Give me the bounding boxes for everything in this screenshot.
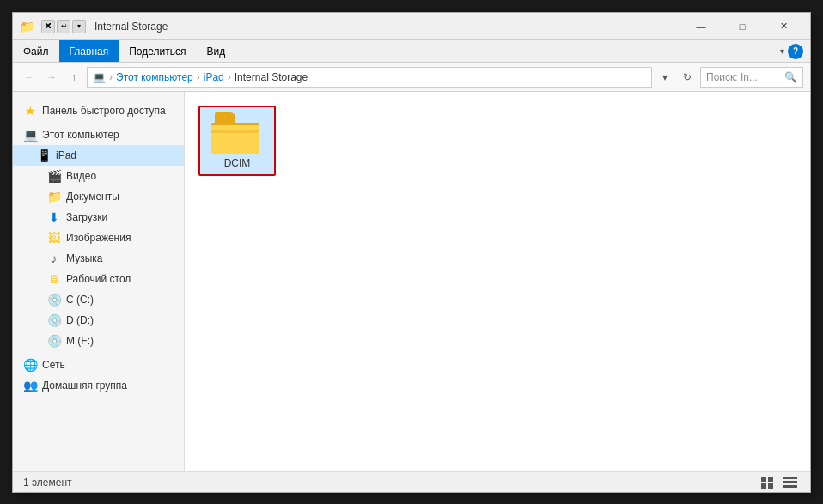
refresh-button[interactable]: ↻ <box>678 68 697 87</box>
back-button[interactable]: ← <box>20 68 39 87</box>
explorer-window: 📁 🗙 ↩ ▾ Internal Storage — □ ✕ Файл Глав… <box>12 12 811 493</box>
sidebar-item-homegroup-label: Домашняя группа <box>42 380 127 392</box>
sidebar-item-music[interactable]: ♪ Музыка <box>13 248 184 269</box>
svg-rect-3 <box>768 483 773 489</box>
quick-btn-undo[interactable]: ↩ <box>57 20 70 33</box>
sidebar-item-drive-c[interactable]: 💿 C (C:) <box>13 289 184 310</box>
svg-rect-5 <box>783 481 797 483</box>
svg-rect-6 <box>783 485 797 488</box>
menu-home[interactable]: Главная <box>59 40 119 62</box>
sidebar-item-drive-m[interactable]: 💿 M (F:) <box>13 331 184 351</box>
grid-view-icon <box>761 477 775 489</box>
breadcrumb-this-pc[interactable]: Этот компьютер <box>116 71 193 83</box>
forward-button[interactable]: → <box>42 68 61 87</box>
drive-d-icon: 💿 <box>47 313 61 327</box>
file-item-dcim[interactable]: DCIM <box>198 106 276 176</box>
breadcrumb-dropdown-button[interactable]: ▾ <box>655 68 674 87</box>
view-large-icons-button[interactable] <box>759 475 777 490</box>
sidebar-item-documents-label: Документы <box>66 191 119 203</box>
close-button[interactable]: ✕ <box>764 13 803 40</box>
svg-rect-1 <box>768 477 773 482</box>
sidebar-item-quickaccess-label: Панель быстрого доступа <box>42 105 166 117</box>
sidebar-item-homegroup[interactable]: 👥 Домашняя группа <box>13 375 184 396</box>
music-icon: ♪ <box>47 252 61 265</box>
computer-icon: 💻 <box>23 128 37 142</box>
svg-rect-4 <box>783 477 797 479</box>
sidebar-item-thispc[interactable]: 💻 Этот компьютер <box>13 124 184 145</box>
sidebar-item-images[interactable]: 🖼 Изображения <box>13 228 184 248</box>
breadcrumb-current: Internal Storage <box>235 71 308 83</box>
window-icon: 📁 <box>20 20 34 33</box>
drive-c-icon: 💿 <box>47 293 61 307</box>
up-button[interactable]: ↑ <box>64 68 83 87</box>
sidebar-item-ipad[interactable]: 📱 iPad <box>13 145 184 166</box>
ipad-icon: 📱 <box>37 149 51 162</box>
sidebar-section-quickaccess: ★ Панель быстрого доступа <box>13 99 184 123</box>
sidebar-item-desktop[interactable]: 🖥 Рабочий стол <box>13 269 184 289</box>
window-title: Internal Storage <box>94 21 168 33</box>
file-area: DCIM <box>185 92 810 471</box>
svg-rect-2 <box>761 483 766 489</box>
breadcrumb-ipad[interactable]: iPad <box>204 71 224 83</box>
address-bar-right: ▾ ↻ <box>655 68 697 87</box>
search-placeholder: Поиск: In... <box>706 71 781 83</box>
svg-rect-0 <box>761 477 766 482</box>
images-icon: 🖼 <box>47 231 61 245</box>
sidebar-item-ipad-label: iPad <box>56 149 76 161</box>
minimize-button[interactable]: — <box>681 13 721 40</box>
drive-m-icon: 💿 <box>47 334 61 348</box>
search-icon[interactable]: 🔍 <box>784 71 797 83</box>
sidebar-section-thispc: 💻 Этот компьютер 📱 iPad 🎬 Видео 📁 Докуме… <box>13 123 184 353</box>
sidebar-item-music-label: Музыка <box>66 252 102 264</box>
file-grid: DCIM <box>192 99 803 183</box>
sidebar-item-drive-d-label: D (D:) <box>66 314 94 326</box>
sidebar-section-network: 🌐 Сеть 👥 Домашняя группа <box>13 353 184 398</box>
folder-icon-dcim <box>211 112 263 154</box>
content-area: ★ Панель быстрого доступа 💻 Этот компьют… <box>13 92 810 471</box>
help-button[interactable]: ? <box>788 44 803 59</box>
sidebar-item-downloads-label: Загрузки <box>66 211 107 223</box>
menu-share[interactable]: Поделиться <box>119 40 196 62</box>
menu-bar: Файл Главная Поделиться Вид ▾ ? <box>13 40 810 63</box>
breadcrumb-bar[interactable]: 💻 › Этот компьютер › iPad › Internal Sto… <box>87 67 652 88</box>
status-count: 1 элемент <box>23 477 72 489</box>
homegroup-icon: 👥 <box>23 379 37 392</box>
status-bar: 1 элемент <box>13 471 810 492</box>
sidebar-item-drive-m-label: M (F:) <box>66 335 94 347</box>
sidebar-item-network-label: Сеть <box>42 359 65 371</box>
maximize-button[interactable]: □ <box>722 13 762 40</box>
sidebar-item-desktop-label: Рабочий стол <box>66 273 131 285</box>
sidebar-item-video[interactable]: 🎬 Видео <box>13 166 184 186</box>
network-icon: 🌐 <box>23 358 37 372</box>
menu-bar-right: ▾ ? <box>780 44 810 59</box>
sidebar-item-images-label: Изображения <box>66 232 131 244</box>
status-bar-right <box>759 475 800 490</box>
sidebar-item-drive-d[interactable]: 💿 D (D:) <box>13 310 184 331</box>
sidebar: ★ Панель быстрого доступа 💻 Этот компьют… <box>13 92 185 471</box>
star-icon: ★ <box>23 104 37 118</box>
sidebar-item-downloads[interactable]: ⬇ Загрузки <box>13 207 184 228</box>
sidebar-item-thispc-label: Этот компьютер <box>42 129 119 141</box>
sidebar-item-network[interactable]: 🌐 Сеть <box>13 355 184 375</box>
menu-file[interactable]: Файл <box>13 40 59 62</box>
sidebar-item-quickaccess[interactable]: ★ Панель быстрого доступа <box>13 100 184 121</box>
video-icon: 🎬 <box>47 169 61 183</box>
sidebar-item-documents[interactable]: 📁 Документы <box>13 186 184 207</box>
ribbon-collapse-icon[interactable]: ▾ <box>780 46 784 56</box>
title-bar: 📁 🗙 ↩ ▾ Internal Storage — □ ✕ <box>13 13 810 40</box>
downloads-icon: ⬇ <box>47 210 61 224</box>
desktop-icon: 🖥 <box>47 272 61 286</box>
address-bar: ← → ↑ 💻 › Этот компьютер › iPad › Intern… <box>13 63 810 92</box>
sidebar-item-drive-c-label: C (C:) <box>66 294 94 306</box>
documents-icon: 📁 <box>47 190 61 203</box>
file-label-dcim: DCIM <box>224 157 251 169</box>
search-box[interactable]: Поиск: In... 🔍 <box>700 67 803 88</box>
breadcrumb-root-icon: 💻 <box>93 71 106 83</box>
list-view-icon <box>783 477 797 489</box>
view-details-button[interactable] <box>781 475 800 490</box>
menu-view[interactable]: Вид <box>196 40 235 62</box>
window-controls: — □ ✕ <box>681 13 803 40</box>
quick-access-toolbar: 🗙 ↩ ▾ <box>41 20 86 33</box>
quick-btn-save[interactable]: 🗙 <box>41 20 55 33</box>
quick-btn-dropdown[interactable]: ▾ <box>72 20 86 33</box>
